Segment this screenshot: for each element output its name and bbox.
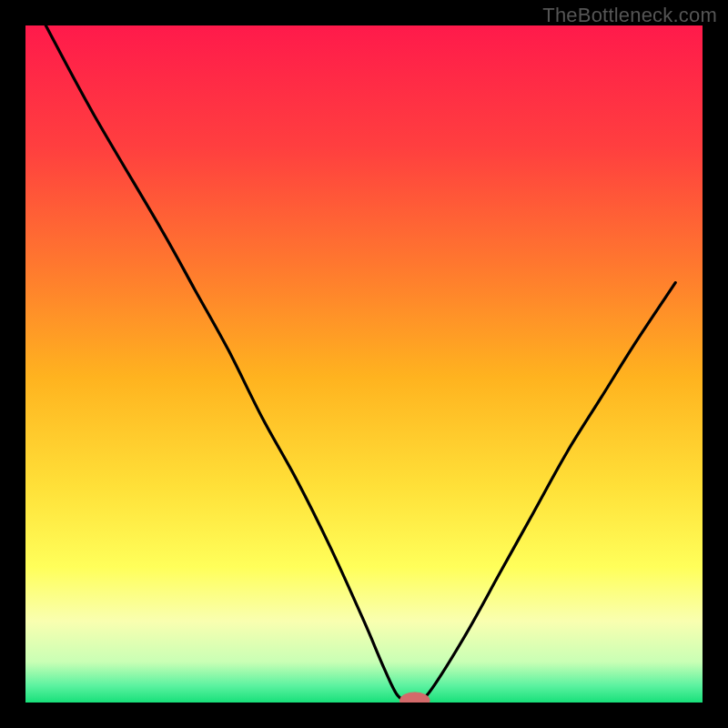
optimum-marker <box>399 693 430 709</box>
bottleneck-chart <box>0 0 728 728</box>
watermark-label: TheBottleneck.com <box>542 4 717 27</box>
gradient-background <box>25 25 703 703</box>
chart-frame: TheBottleneck.com <box>0 0 728 728</box>
